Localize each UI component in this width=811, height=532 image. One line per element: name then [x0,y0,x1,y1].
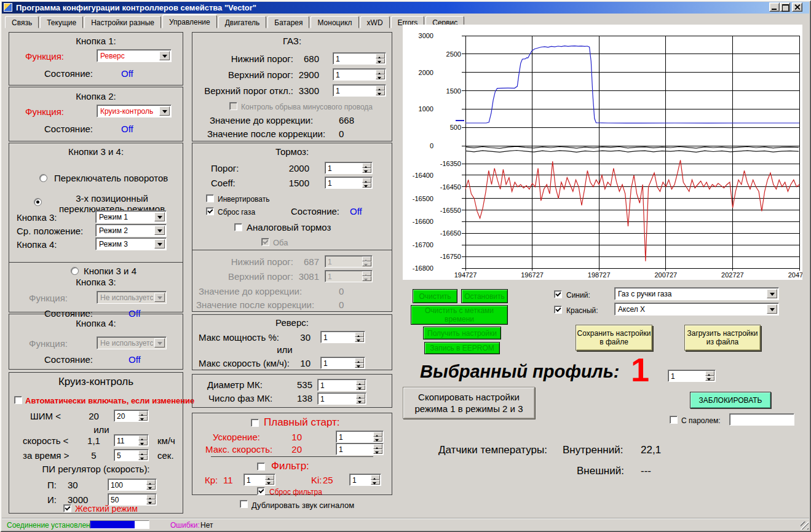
tab-batareya[interactable]: Батарея [267,16,309,28]
spin-down-icon[interactable] [146,485,156,490]
spin-up-icon[interactable] [356,394,365,399]
spin-up-icon[interactable] [362,178,371,183]
clear-with-marks-button[interactable]: Очистить с метками времени [411,305,508,325]
filter-reset-checkbox[interactable] [257,487,265,495]
spin-down-icon[interactable] [376,90,385,95]
speed-spinner[interactable]: 11 [114,434,149,447]
tab-tekushchie[interactable]: Текущие [40,16,83,28]
tab-upravlenie[interactable]: Управление [162,15,217,28]
gas-low-spinner[interactable]: 1 [333,52,386,65]
combo-drop-button[interactable] [767,304,777,314]
spin-down-icon[interactable] [265,480,274,485]
tab-nastroyki-raznye[interactable]: Настройки разные [84,16,161,28]
save-settings-button[interactable]: Сохранить настройки в файле [576,325,652,351]
spin-up-icon[interactable] [146,480,156,485]
pwm-spinner[interactable]: 20 [114,410,149,422]
spin-up-icon[interactable] [373,444,382,449]
button2-function-select[interactable]: Круиз-контроль [97,105,172,117]
spin-up-icon[interactable] [371,475,380,480]
button3-mode-select[interactable]: Режим 1 [95,210,167,223]
max-speed-spinner[interactable]: 1 [336,443,384,455]
red-series-checkbox[interactable] [554,306,562,314]
stop-button[interactable]: Остановить [461,289,508,303]
combo-drop-button[interactable] [159,106,170,116]
profile-spinner[interactable]: 1 [668,370,716,382]
time-spinner[interactable]: 5 [114,449,149,461]
spin-up-icon[interactable] [138,435,148,440]
load-settings-button[interactable]: Загрузить настройки из файла [684,325,761,351]
tab-svyaz[interactable]: Связь [5,16,39,28]
with-password-checkbox[interactable] [670,416,678,424]
spin-down-icon[interactable] [356,385,365,390]
minimize-button[interactable] [769,2,780,12]
auto-enable-checkbox[interactable] [14,396,22,404]
spin-up-icon[interactable] [356,380,365,385]
spin-up-icon[interactable] [376,85,385,90]
spin-down-icon[interactable] [138,455,148,460]
lock-button[interactable]: ЗАБЛОКИРОВАТЬ [690,392,771,408]
spin-up-icon[interactable] [705,371,714,376]
wheel-diameter-spinner[interactable]: 1 [317,379,366,391]
analog-brake-checkbox[interactable] [234,223,242,231]
spin-up-icon[interactable] [138,450,148,455]
close-button[interactable] [792,2,802,12]
blue-series-checkbox[interactable] [554,290,562,298]
combo-drop-button[interactable] [159,51,170,60]
spin-down-icon[interactable] [356,399,365,403]
wheel-phase-spinner[interactable]: 1 [317,392,366,405]
tab-monotsikl[interactable]: Моноцикл [311,16,358,28]
combo-drop-button[interactable] [154,239,165,248]
tab-xwd[interactable]: xWD [360,16,390,28]
spin-down-icon[interactable] [705,376,714,381]
spin-down-icon[interactable] [373,449,382,454]
combo-drop-button[interactable] [154,226,165,235]
spin-up-icon[interactable] [376,54,385,58]
spin-up-icon[interactable] [146,494,156,499]
spin-down-icon[interactable] [355,363,364,368]
gas-high-spinner[interactable]: 1 [333,68,386,81]
middle-position-mode-select[interactable]: Режим 2 [95,224,167,237]
get-settings-button[interactable]: Получить настройки [423,327,501,339]
brake-threshold-spinner[interactable]: 1 [325,162,373,174]
spin-up-icon[interactable] [265,475,274,480]
spin-down-icon[interactable] [362,168,371,173]
spin-down-icon[interactable] [355,337,364,342]
filter-checkbox[interactable] [257,463,265,470]
red-series-select[interactable]: Аксел X [614,303,779,316]
invert-checkbox[interactable] [206,194,214,202]
button1-function-select[interactable]: Реверс [97,49,172,62]
spin-up-icon[interactable] [355,332,364,337]
copy-mode-settings-button[interactable]: Скопировать настройки режима 1 в режимы … [403,387,535,419]
brake-coeff-spinner[interactable]: 1 [325,177,373,189]
ki-spinner[interactable]: 1 [349,474,381,486]
spin-up-icon[interactable] [355,358,364,363]
combo-drop-button[interactable] [154,212,165,221]
spin-down-icon[interactable] [362,183,371,188]
button4-mode-select[interactable]: Режим 3 [95,237,167,250]
p-spinner[interactable]: 100 [108,478,157,491]
maximize-button[interactable] [780,2,790,12]
radio-turn-switch[interactable] [39,174,47,182]
spin-down-icon[interactable] [138,440,148,445]
kp-spinner[interactable]: 1 [243,474,275,486]
spin-down-icon[interactable] [138,416,148,421]
clear-button[interactable]: Очистить [413,289,457,303]
title-bar[interactable]: Программа конфигурации контроллеров семе… [2,2,809,14]
spin-down-icon[interactable] [146,499,156,504]
spin-down-icon[interactable] [376,74,385,79]
accel-spinner[interactable]: 1 [336,431,384,443]
sound-duplicate-checkbox[interactable] [240,500,248,508]
gas-reset-checkbox[interactable] [206,207,214,215]
spin-up-icon[interactable] [138,411,148,416]
combo-drop-button[interactable] [767,289,777,298]
spin-up-icon[interactable] [373,432,382,437]
spin-down-icon[interactable] [376,58,385,63]
password-input[interactable] [729,413,794,426]
tab-dvigatel[interactable]: Двигатель [218,16,267,28]
radio-3pos-switch[interactable] [34,198,42,206]
write-eeprom-button[interactable]: Запись в EEPROM [424,342,500,354]
gas-cutoff-spinner[interactable]: 1 [333,84,386,97]
blue-series-select[interactable]: Газ с ручки газа [614,287,779,300]
reverse-power-spinner[interactable]: 1 [320,331,365,343]
hard-mode-checkbox[interactable] [63,504,71,512]
